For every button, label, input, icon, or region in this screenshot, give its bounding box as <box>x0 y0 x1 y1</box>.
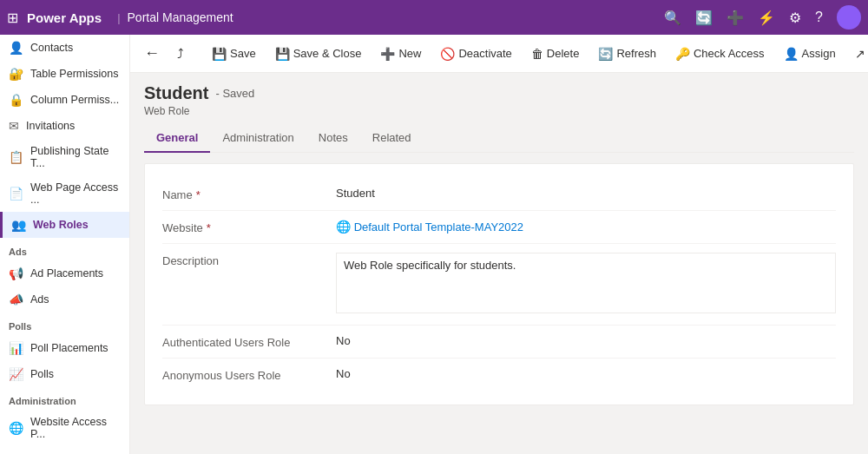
add-icon[interactable]: ➕ <box>727 10 744 26</box>
save-label: Save <box>230 47 256 60</box>
sidebar: 👤 Contacts 🔐 Table Permissions 🔒 Column … <box>0 35 130 454</box>
waffle-icon[interactable]: ⊞ <box>7 10 18 26</box>
avatar[interactable] <box>837 5 861 30</box>
refresh-icon[interactable]: 🔄 <box>695 10 713 26</box>
label-website: Website * <box>162 220 336 234</box>
contacts-icon: 👤 <box>9 41 23 55</box>
main-layout: 👤 Contacts 🔐 Table Permissions 🔒 Column … <box>0 35 868 454</box>
sidebar-label-web-page-access: Web Page Access ... <box>30 181 121 206</box>
deactivate-button[interactable]: 🚫 Deactivate <box>431 43 520 65</box>
sidebar-item-web-roles[interactable]: 👥 Web Roles <box>0 212 129 238</box>
new-button[interactable]: ➕ New <box>372 43 430 65</box>
invitations-icon: ✉ <box>9 119 19 133</box>
label-name: Name * <box>162 187 336 201</box>
refresh-label: Refresh <box>616 47 656 60</box>
sidebar-item-publishing-state[interactable]: 📋 Publishing State T... <box>0 139 129 175</box>
share-button[interactable]: ↗ Share <box>846 43 868 65</box>
value-anonymous: No <box>336 367 836 380</box>
toolbar: ← ⤴ 💾 Save 💾 Save & Close ➕ New 🚫 Deacti… <box>130 35 868 73</box>
section-label-administration: Administration <box>0 387 129 410</box>
form-row-authenticated: Authenticated Users Role No <box>162 326 836 359</box>
sidebar-item-table-permissions[interactable]: 🔐 Table Permissions <box>0 61 129 87</box>
sidebar-item-invitations[interactable]: ✉ Invitations <box>0 113 129 139</box>
section-label-ads: Ads <box>0 238 129 260</box>
sidebar-item-contacts[interactable]: 👤 Contacts <box>0 35 129 61</box>
form-row-description: Description Web Role specifically for st… <box>162 244 836 326</box>
sidebar-item-polls[interactable]: 📈 Polls <box>0 361 129 387</box>
save-icon: 💾 <box>212 47 227 61</box>
tab-related[interactable]: Related <box>360 124 424 153</box>
check-access-icon: 🔑 <box>675 47 690 61</box>
sidebar-label-polls: Polls <box>30 368 54 380</box>
sidebar-item-poll-placements[interactable]: 📊 Poll Placements <box>0 335 129 361</box>
help-icon[interactable]: ? <box>815 10 823 25</box>
sidebar-label-column-permissions: Column Permiss... <box>30 94 119 106</box>
value-description[interactable]: Web Role specifically for students. <box>336 253 836 316</box>
sidebar-item-ads[interactable]: 📣 Ads <box>0 286 129 313</box>
page-content: Student - Saved Web Role General Adminis… <box>130 73 868 454</box>
assign-label: Assign <box>802 47 836 60</box>
form-row-anonymous: Anonymous Users Role No <box>162 359 836 391</box>
deactivate-label: Deactivate <box>458 47 511 60</box>
new-label: New <box>398 47 421 60</box>
share-icon: ↗ <box>855 47 865 61</box>
refresh-button[interactable]: 🔄 Refresh <box>589 43 665 65</box>
section-label-polls: Polls <box>0 313 129 335</box>
new-icon: ➕ <box>380 47 395 61</box>
assign-icon: 👤 <box>784 47 799 61</box>
ad-placements-icon: 📢 <box>9 266 23 280</box>
required-indicator-name: * <box>196 188 201 201</box>
form-card: Name * Student Website * 🌐 Default Porta… <box>144 163 854 405</box>
web-page-access-icon: 📄 <box>9 187 23 201</box>
check-access-button[interactable]: 🔑 Check Access <box>667 43 773 65</box>
publishing-state-icon: 📋 <box>9 150 23 164</box>
settings-icon[interactable]: ⚙ <box>789 10 801 26</box>
tab-administration[interactable]: Administration <box>210 124 306 153</box>
forward-button[interactable]: ⤴ <box>168 42 193 65</box>
tab-notes[interactable]: Notes <box>306 124 360 153</box>
ads-icon: 📣 <box>9 293 23 306</box>
delete-label: Delete <box>547 47 580 60</box>
top-nav-right: 🔍 🔄 ➕ ⚡ ⚙ ? <box>664 5 861 30</box>
web-roles-icon: 👥 <box>11 218 26 232</box>
form-row-website: Website * 🌐 Default Portal Template-MAY2… <box>162 211 836 244</box>
back-button[interactable]: ← <box>137 41 167 66</box>
sidebar-item-web-page-access[interactable]: 📄 Web Page Access ... <box>0 175 129 212</box>
table-permissions-icon: 🔐 <box>9 67 23 81</box>
globe-icon: 🌐 <box>336 220 351 234</box>
sidebar-label-table-permissions: Table Permissions <box>30 68 118 80</box>
assign-button[interactable]: 👤 Assign <box>775 43 845 65</box>
sidebar-label-contacts: Contacts <box>30 42 73 54</box>
required-indicator-website: * <box>207 221 211 234</box>
save-button[interactable]: 💾 Save <box>203 43 265 65</box>
sidebar-label-invitations: Invitations <box>26 120 75 132</box>
description-textarea[interactable]: Web Role specifically for students. <box>336 253 836 313</box>
filter-icon[interactable]: ⚡ <box>758 10 775 26</box>
value-name: Student <box>336 187 836 200</box>
sidebar-item-column-permissions[interactable]: 🔒 Column Permiss... <box>0 87 129 113</box>
search-icon[interactable]: 🔍 <box>664 10 681 26</box>
content-area: ← ⤴ 💾 Save 💾 Save & Close ➕ New 🚫 Deacti… <box>130 35 868 454</box>
sidebar-label-poll-placements: Poll Placements <box>30 342 108 354</box>
delete-icon: 🗑 <box>531 47 543 61</box>
portal-name: Portal Management <box>128 10 233 24</box>
sidebar-item-website-access[interactable]: 🌐 Website Access P... <box>0 410 129 446</box>
refresh-icon: 🔄 <box>598 47 613 61</box>
polls-icon: 📈 <box>9 367 23 381</box>
tab-general[interactable]: General <box>144 124 210 153</box>
save-close-button[interactable]: 💾 Save & Close <box>266 43 371 65</box>
website-access-icon: 🌐 <box>9 421 23 435</box>
check-access-label: Check Access <box>694 47 765 60</box>
label-authenticated: Authenticated Users Role <box>162 334 336 349</box>
label-description: Description <box>162 253 336 267</box>
name-text: Student <box>336 187 375 200</box>
sidebar-item-ad-placements[interactable]: 📢 Ad Placements <box>0 260 129 286</box>
poll-placements-icon: 📊 <box>9 341 23 355</box>
website-link[interactable]: Default Portal Template-MAY2022 <box>354 220 523 234</box>
record-status: - Saved <box>215 87 254 100</box>
save-close-label: Save & Close <box>293 47 362 60</box>
label-anonymous: Anonymous Users Role <box>162 367 336 382</box>
deactivate-icon: 🚫 <box>440 47 455 61</box>
sidebar-label-ad-placements: Ad Placements <box>30 267 103 280</box>
delete-button[interactable]: 🗑 Delete <box>523 43 589 65</box>
